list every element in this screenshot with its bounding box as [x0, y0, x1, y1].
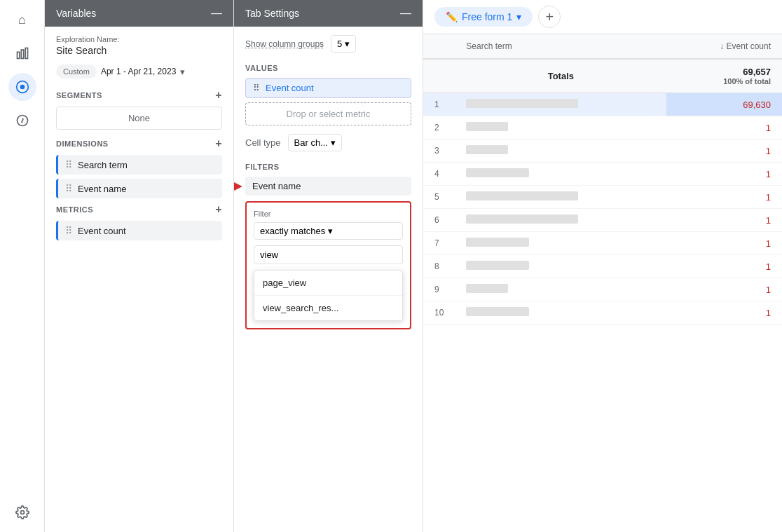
filter-event-name-container: Event name — [245, 177, 411, 196]
segments-label: SEGMENTS — [56, 91, 102, 100]
data-table: Search term ↓ Event count Totals 69,657 … — [423, 34, 782, 532]
suggestion-view-search-res[interactable]: view_search_res... — [254, 296, 402, 320]
table-row: 1 69,630 — [423, 93, 782, 116]
dimensions-section-header: DIMENSIONS + — [56, 138, 222, 149]
filter-match-type-arrow-icon: ▾ — [328, 226, 333, 236]
variables-minimize-btn[interactable]: — — [211, 7, 222, 20]
totals-label: Totals — [455, 59, 666, 93]
dimensions-label: DIMENSIONS — [56, 139, 109, 148]
dimension-search-term[interactable]: ⠿ Search term — [56, 155, 222, 175]
suggestion-page-view[interactable]: page_view — [254, 271, 402, 296]
cell-type-row: Cell type Bar ch... ▾ — [245, 134, 411, 151]
tab-edit-icon: ✏️ — [446, 11, 458, 22]
cell-type-label: Cell type — [245, 137, 281, 148]
metric-event-count[interactable]: ⠿ Event count — [56, 221, 222, 240]
drag-icon: ⠿ — [253, 83, 260, 93]
tab-settings-minimize-btn[interactable]: — — [400, 7, 411, 20]
filter-match-type-select[interactable]: exactly matches ▾ — [254, 222, 403, 240]
event-count-cell: 69,630 — [666, 93, 782, 116]
row-num-header — [423, 34, 455, 59]
svg-point-6 — [20, 511, 24, 514]
values-header: VALUES — [245, 64, 411, 72]
date-range: Apr 1 - Apr 21, 2023 — [101, 67, 176, 76]
filter-popup-label: Filter — [254, 210, 403, 218]
variables-panel: Variables — Exploration Name: Site Searc… — [45, 0, 234, 532]
row-num: 1 — [423, 93, 455, 116]
dimensions-add-btn[interactable]: + — [215, 138, 222, 149]
metric-event-count-label: Event count — [78, 226, 126, 236]
svg-rect-1 — [21, 50, 23, 59]
drag-icon: ⠿ — [65, 183, 72, 194]
date-dropdown-icon[interactable]: ▾ — [180, 67, 185, 77]
explore-icon[interactable] — [8, 73, 36, 101]
variables-title: Variables — [56, 8, 96, 19]
tab-arrow-icon: ▾ — [516, 11, 521, 22]
segments-value: None — [56, 107, 222, 130]
drag-icon: ⠿ — [65, 159, 72, 170]
add-tab-btn[interactable]: + — [538, 6, 561, 28]
table-row: 7 1 — [423, 232, 782, 255]
tab-settings-panel-header: Tab Settings — — [234, 0, 423, 27]
tab-settings-panel: Tab Settings — Show column groups 5 ▾ VA… — [234, 0, 423, 532]
metrics-add-btn[interactable]: + — [215, 204, 222, 215]
table-row: 2 1 — [423, 116, 782, 139]
icon-bar: ⌂ — [0, 0, 45, 532]
metrics-label: METRICS — [56, 205, 93, 214]
event-count-header[interactable]: ↓ Event count — [666, 34, 782, 59]
filters-header: FILTERS — [245, 163, 411, 171]
table-row: 10 1 — [423, 301, 782, 325]
search-term-cell — [455, 93, 666, 116]
filter-matches-row: exactly matches ▾ — [254, 222, 403, 240]
svg-point-4 — [20, 85, 25, 90]
dimension-event-name-label: Event name — [78, 184, 126, 194]
show-column-groups-row: Show column groups 5 ▾ — [245, 35, 411, 53]
segments-add-btn[interactable]: + — [215, 90, 222, 101]
filter-match-type-value: exactly matches — [260, 226, 325, 236]
cell-type-select[interactable]: Bar ch... ▾ — [288, 134, 342, 151]
table-row: 8 1 — [423, 255, 782, 278]
free-form-tab[interactable]: ✏️ Free form 1 ▾ — [434, 7, 533, 27]
tab-settings-title: Tab Settings — [245, 8, 299, 19]
event-count-chip-label: Event count — [266, 83, 314, 93]
date-row: Custom Apr 1 - Apr 21, 2023 ▾ — [56, 64, 222, 79]
event-count-chip[interactable]: ⠿ Event count — [245, 78, 411, 98]
table-row: 6 1 — [423, 209, 782, 232]
column-groups-arrow-icon: ▾ — [345, 39, 350, 49]
drop-metric-box[interactable]: Drop or select metric — [245, 102, 411, 125]
search-term-header: Search term — [455, 34, 666, 59]
drag-icon: ⠿ — [65, 225, 72, 236]
column-groups-value: 5 — [337, 39, 342, 49]
settings-icon[interactable] — [8, 498, 36, 526]
exploration-name-value: Site Search — [56, 45, 222, 56]
variables-panel-header: Variables — — [45, 0, 233, 27]
filter-popup: Filter exactly matches ▾ page_view view_… — [245, 201, 411, 329]
dimension-search-term-label: Search term — [78, 160, 128, 170]
filter-event-name-chip[interactable]: Event name — [245, 177, 411, 196]
table-row: 4 1 — [423, 163, 782, 186]
dimension-event-name[interactable]: ⠿ Event name — [56, 179, 222, 198]
table-row: 5 1 — [423, 186, 782, 209]
monitor-icon[interactable] — [8, 107, 36, 135]
cell-type-value: Bar ch... — [294, 137, 328, 148]
column-groups-select[interactable]: 5 ▾ — [331, 35, 356, 53]
totals-row: Totals 69,657 100% of total — [423, 59, 782, 93]
tab-label: Free form 1 — [462, 11, 512, 22]
metrics-section-header: METRICS + — [56, 204, 222, 215]
chart-icon[interactable] — [8, 39, 36, 67]
segments-section-header: SEGMENTS + — [56, 90, 222, 101]
filter-value-input[interactable] — [254, 245, 403, 264]
table-row: 9 1 — [423, 278, 782, 301]
date-badge: Custom — [56, 64, 97, 79]
filter-suggestions-list: page_view view_search_res... — [254, 270, 403, 321]
show-column-groups-label: Show column groups — [245, 39, 324, 49]
totals-value: 69,657 100% of total — [666, 59, 782, 93]
red-arrow-annotation — [234, 176, 242, 197]
svg-rect-2 — [25, 48, 27, 59]
exploration-name-label: Exploration Name: — [56, 35, 222, 43]
main-header: ✏️ Free form 1 ▾ + — [423, 0, 782, 34]
table-row: 3 1 — [423, 139, 782, 163]
home-icon[interactable]: ⌂ — [8, 6, 36, 34]
cell-type-arrow-icon: ▾ — [331, 137, 336, 148]
svg-rect-0 — [17, 52, 19, 58]
main-area: ✏️ Free form 1 ▾ + Search term ↓ Event c… — [423, 0, 782, 532]
